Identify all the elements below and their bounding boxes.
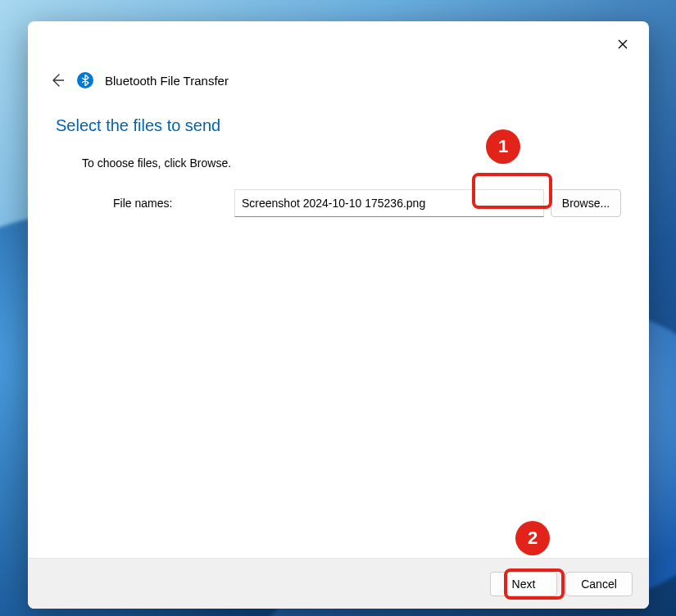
instruction-text: To choose files, click Browse. [82, 156, 621, 170]
dialog-window: Bluetooth File Transfer Select the files… [28, 21, 649, 609]
file-names-label: File names: [113, 197, 234, 210]
file-names-input[interactable] [234, 189, 544, 217]
next-button[interactable]: Next [490, 572, 557, 596]
close-icon [618, 39, 628, 49]
browse-button[interactable]: Browse... [551, 189, 621, 217]
file-names-row: File names: Browse... [113, 189, 621, 217]
page-heading: Select the files to send [56, 116, 621, 135]
back-arrow-icon [49, 73, 64, 88]
cancel-button[interactable]: Cancel [565, 572, 633, 596]
bluetooth-icon [77, 72, 93, 88]
dialog-title: Bluetooth File Transfer [105, 74, 229, 88]
close-button[interactable] [608, 29, 637, 59]
dialog-content: Select the files to send To choose files… [28, 97, 649, 558]
dialog-footer: Next Cancel [28, 558, 649, 609]
back-button[interactable] [48, 71, 66, 89]
dialog-header: Bluetooth File Transfer [28, 21, 649, 97]
